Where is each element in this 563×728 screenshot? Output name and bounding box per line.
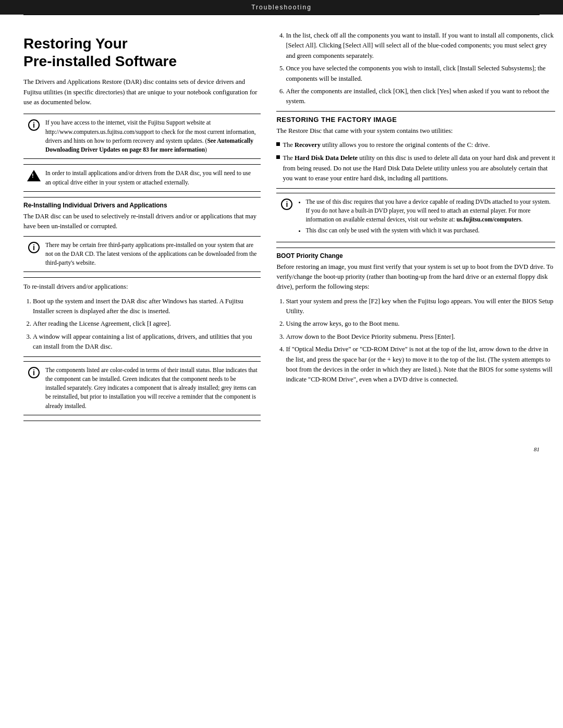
factory-bullet-2-text: The Hard Disk Data Delete utility on thi… — [283, 153, 555, 183]
factory-intro: The Restore Disc that came with your sys… — [276, 126, 555, 136]
divider-3 — [23, 356, 261, 357]
reinstall-step-intro: To re-install drivers and/or application… — [23, 282, 261, 292]
note-box-3: i There may be certain free third-party … — [23, 236, 261, 273]
factory-bullet-2: The Hard Disk Data Delete utility on thi… — [276, 153, 555, 183]
page: Troubleshooting Restoring Your Pre-insta… — [0, 0, 563, 728]
info-icon-4: i — [281, 199, 292, 210]
note-text-2: In order to install applications and/or … — [45, 169, 258, 187]
icon-cell-5: i — [279, 198, 294, 210]
boot-step-1: Start your system and press the [F2] key… — [286, 297, 555, 317]
divider-1 — [23, 197, 261, 198]
icon-cell-4: i — [27, 366, 41, 378]
step-2: After reading the License Agreement, cli… — [33, 319, 261, 329]
content-area: Restoring Your Pre-installed Software Th… — [0, 15, 563, 441]
boot-steps-list: Start your system and press the [F2] key… — [276, 297, 555, 385]
warning-icon — [27, 170, 41, 181]
header-label: Troubleshooting — [251, 4, 312, 11]
note-text-5: The use of this disc requires that you h… — [298, 198, 552, 238]
info-icon-3: i — [28, 367, 40, 378]
header-bar: Troubleshooting — [0, 0, 563, 15]
bullet-square-1 — [276, 142, 280, 146]
step-5: Once you have selected the components yo… — [286, 64, 555, 84]
hdd-delete-bold: Hard Disk Data Delete — [295, 154, 358, 162]
note-bullet-5-1: The use of this disc requires that you h… — [305, 198, 552, 225]
note-box-1: i If you have access to the internet, vi… — [23, 114, 261, 159]
step-4: In the list, check off all the component… — [286, 31, 555, 61]
icon-cell-3: i — [27, 241, 41, 253]
boot-step-2: Using the arrow keys, go to the Boot men… — [286, 319, 555, 329]
boot-step-3: Arrow down to the Boot Device Priority s… — [286, 332, 555, 342]
boot-step-4: If "Optical Media Drive" or "CD-ROM Driv… — [286, 344, 555, 385]
factory-heading: RESTORING THE FACTORY IMAGE — [276, 116, 555, 124]
reinstall-heading: Re-Installing Individual Drivers and App… — [23, 202, 261, 209]
intro-text: The Drivers and Applications Restore (DA… — [23, 77, 261, 107]
divider-2 — [23, 277, 261, 278]
right-steps-list: In the list, check off all the component… — [276, 31, 555, 107]
recovery-bold: Recovery — [295, 141, 321, 149]
divider-right-2 — [276, 188, 555, 189]
note-text-3: There may be certain free third-party ap… — [45, 241, 258, 268]
bullet-square-2 — [276, 155, 280, 159]
boot-intro: Before restoring an image, you must firs… — [276, 262, 555, 292]
icon-cell-2 — [27, 169, 41, 181]
note-box-2: In order to install applications and/or … — [23, 164, 261, 192]
step-6: After the components are installed, clic… — [286, 87, 555, 107]
divider-4 — [23, 421, 261, 421]
reinstall-intro: The DAR disc can be used to selectively … — [23, 212, 261, 232]
step-3: A window will appear containing a list o… — [33, 332, 261, 352]
note-bullet-5-2: This disc can only be used with the syst… — [305, 226, 552, 235]
steps-list: Boot up the system and insert the DAR di… — [23, 297, 261, 352]
note-bullets-5: The use of this disc requires that you h… — [298, 198, 552, 236]
note-box-4: i The components listed are color-coded … — [23, 361, 261, 415]
note-text-1: If you have access to the internet, visi… — [45, 118, 258, 154]
factory-bullet-1-text: The Recovery utility allows you to resto… — [283, 140, 489, 150]
info-icon-1: i — [28, 119, 40, 131]
note-box-5: i The use of this disc requires that you… — [276, 193, 555, 242]
website-bold: us.fujitsu.com/computers — [457, 216, 521, 223]
left-column: Restoring Your Pre-installed Software Th… — [23, 31, 261, 425]
icon-cell-1: i — [27, 118, 41, 131]
divider-right-3 — [276, 248, 555, 248]
page-number: 81 — [0, 446, 563, 452]
note-text-4: The components listed are color-coded in… — [45, 366, 258, 411]
right-column: In the list, check off all the component… — [276, 31, 555, 425]
page-title: Restoring Your Pre-installed Software — [23, 35, 261, 70]
factory-bullet-1: The Recovery utility allows you to resto… — [276, 140, 555, 150]
info-icon-2: i — [28, 242, 40, 253]
boot-heading: BOOT Priority Change — [276, 252, 555, 260]
divider-right-1 — [276, 111, 555, 112]
step-1: Boot up the system and insert the DAR di… — [33, 297, 261, 317]
